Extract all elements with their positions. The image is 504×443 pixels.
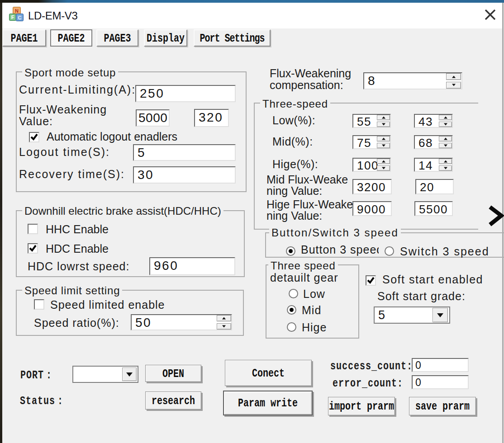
svg-text:N: N <box>15 8 19 14</box>
svg-text:F: F <box>11 14 14 20</box>
svg-text:C: C <box>18 15 22 20</box>
